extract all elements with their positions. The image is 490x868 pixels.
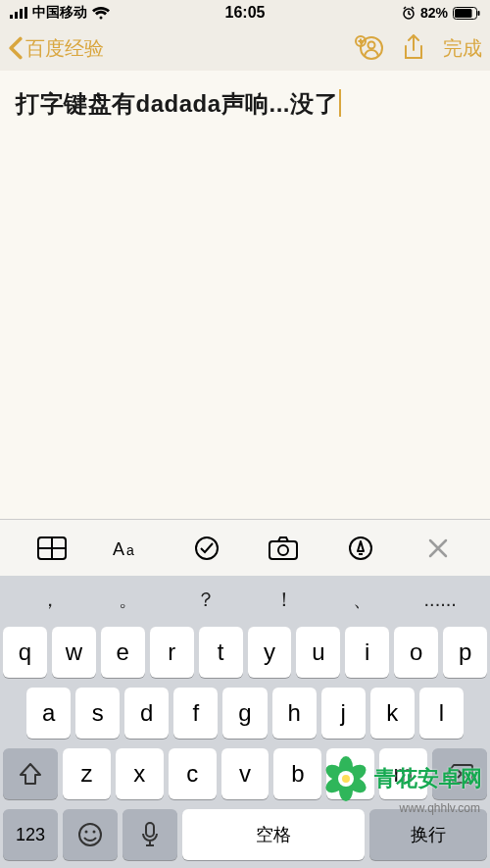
format-toolbar: Aa	[0, 519, 490, 576]
done-button[interactable]: 完成	[443, 35, 482, 62]
carrier-label: 中国移动	[32, 4, 87, 22]
svg-point-14	[196, 537, 218, 559]
table-icon[interactable]	[32, 536, 72, 560]
status-bar: 中国移动 16:05 82%	[0, 0, 490, 26]
key-row-2: a s d f g h j k l	[3, 688, 487, 739]
text-format-icon[interactable]: Aa	[110, 537, 149, 559]
svg-point-9	[368, 42, 375, 49]
suggestion-row: ， 。 ？ ！ 、 ......	[3, 582, 487, 617]
dismiss-keyboard-icon[interactable]	[418, 537, 458, 559]
back-label: 百度经验	[25, 35, 104, 62]
mic-icon	[141, 822, 159, 847]
key-u[interactable]: u	[296, 627, 340, 678]
note-editor[interactable]: 打字键盘有dadada声响...没了	[0, 71, 490, 519]
key-i[interactable]: i	[345, 627, 389, 678]
keyboard: ， 。 ？ ！ 、 ...... q w e r t y u i o p a s…	[0, 576, 490, 868]
text-cursor	[339, 89, 341, 117]
svg-point-18	[79, 824, 101, 845]
svg-point-16	[278, 545, 288, 555]
key-r[interactable]: r	[150, 627, 194, 678]
key-x[interactable]: x	[116, 748, 164, 799]
key-l[interactable]: l	[419, 688, 464, 739]
battery-percent: 82%	[420, 5, 448, 21]
svg-rect-7	[478, 11, 480, 16]
return-key[interactable]: 换行	[369, 809, 487, 860]
key-p[interactable]: p	[443, 627, 487, 678]
backspace-icon	[446, 764, 473, 784]
suggestion[interactable]: ！	[245, 587, 323, 613]
emoji-key[interactable]	[63, 809, 118, 860]
key-g[interactable]: g	[222, 688, 267, 739]
svg-rect-15	[270, 541, 297, 559]
svg-rect-6	[455, 9, 472, 18]
key-row-4: 123 空格 换行	[3, 809, 487, 860]
key-y[interactable]: y	[248, 627, 292, 678]
key-t[interactable]: t	[199, 627, 243, 678]
key-d[interactable]: d	[124, 688, 169, 739]
key-a[interactable]: a	[26, 688, 71, 739]
key-f[interactable]: f	[173, 688, 218, 739]
svg-rect-2	[20, 9, 23, 19]
key-m[interactable]: m	[379, 748, 427, 799]
shift-key[interactable]	[3, 748, 58, 799]
key-v[interactable]: v	[221, 748, 270, 799]
svg-rect-21	[146, 823, 154, 837]
status-time: 16:05	[225, 4, 266, 22]
note-title-line: 打字键盘有dadada声响...没了	[16, 88, 474, 120]
key-c[interactable]: c	[169, 748, 217, 799]
markup-icon[interactable]	[341, 536, 380, 561]
svg-point-20	[93, 831, 96, 834]
suggestion[interactable]: 、	[323, 587, 402, 613]
space-key[interactable]: 空格	[182, 809, 365, 860]
svg-text:a: a	[126, 542, 134, 558]
key-row-3: z x c v b n m	[3, 748, 487, 799]
suggestion[interactable]: ......	[401, 588, 479, 611]
battery-icon	[453, 7, 480, 20]
key-z[interactable]: z	[63, 748, 111, 799]
shift-icon	[19, 763, 42, 785]
svg-text:A: A	[113, 539, 124, 559]
key-row-1: q w e r t y u i o p	[3, 627, 487, 678]
key-n[interactable]: n	[326, 748, 374, 799]
suggestion[interactable]: ？	[167, 587, 245, 613]
key-b[interactable]: b	[273, 748, 321, 799]
svg-rect-3	[24, 7, 27, 19]
chevron-left-icon	[8, 36, 24, 60]
alarm-icon	[402, 6, 416, 20]
backspace-key[interactable]	[432, 748, 487, 799]
wifi-icon	[92, 7, 110, 20]
key-h[interactable]: h	[272, 688, 317, 739]
add-person-icon[interactable]	[355, 35, 384, 61]
key-j[interactable]: j	[321, 688, 366, 739]
key-w[interactable]: w	[52, 627, 96, 678]
dictation-key[interactable]	[122, 809, 177, 860]
suggestion[interactable]: 。	[89, 587, 168, 613]
numbers-key[interactable]: 123	[3, 809, 58, 860]
key-o[interactable]: o	[394, 627, 438, 678]
suggestion[interactable]: ，	[11, 587, 89, 613]
signal-icon	[10, 7, 27, 19]
note-text-content: 打字键盘有dadada声响...没了	[16, 90, 338, 117]
camera-icon[interactable]	[264, 536, 303, 560]
key-q[interactable]: q	[3, 627, 47, 678]
status-right: 82%	[402, 5, 480, 21]
share-icon[interactable]	[402, 34, 425, 62]
nav-bar: 百度经验 完成	[0, 26, 490, 71]
key-k[interactable]: k	[370, 688, 415, 739]
key-e[interactable]: e	[101, 627, 145, 678]
status-left: 中国移动	[10, 4, 110, 22]
svg-rect-1	[15, 12, 18, 19]
checklist-icon[interactable]	[187, 536, 226, 561]
svg-rect-0	[10, 15, 13, 19]
svg-point-19	[85, 831, 88, 834]
emoji-icon	[77, 822, 103, 847]
key-s[interactable]: s	[75, 688, 120, 739]
back-button[interactable]: 百度经验	[8, 35, 104, 62]
